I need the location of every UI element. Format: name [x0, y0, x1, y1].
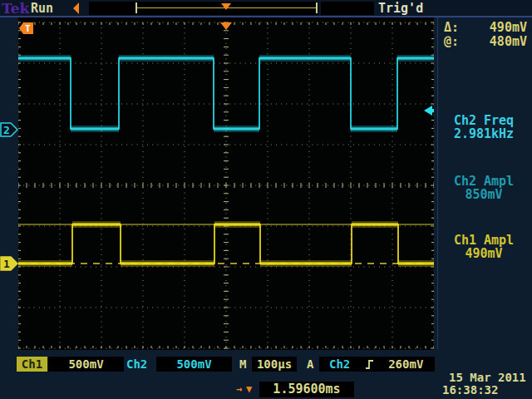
delay-time-readout: 1.59600ms [259, 382, 354, 397]
measurement-ch2-freq: Ch2 Freq 2.981kHz [436, 114, 532, 140]
trigger-position-icon: T [73, 2, 79, 14]
ch2-marker-label: 2 [3, 124, 10, 136]
measurement-label: Ch2 Freq [436, 114, 532, 127]
ch1-badge: Ch1 [17, 357, 47, 372]
cursor-delta-readout: Δ: 490mV [444, 20, 527, 35]
measurement-label: Ch2 Ampl [436, 175, 532, 188]
measurement-ch2-ampl: Ch2 Ampl 850mV [436, 175, 532, 201]
timebase-readout: 100µs [252, 357, 297, 372]
time-readout: 16:38:32 [442, 384, 498, 396]
triangle-down-icon: ▼ [246, 383, 252, 395]
menu-empty-box [321, 2, 374, 15]
cursor-at-readout: @: 480mV [444, 34, 527, 49]
arrow-left-icon [73, 2, 79, 14]
oscilloscope-screen: Tek Run T Trig'd T 2 1 Δ: 490mV @: 480mV… [0, 0, 532, 399]
measurement-ch1-ampl: Ch1 Ampl 490mV [436, 234, 532, 260]
svg-text:T: T [25, 23, 31, 34]
trigger-readout: Ch2 260mV [319, 357, 435, 372]
delta-icon: Δ: [444, 20, 459, 35]
acquisition-status: Run [31, 1, 53, 16]
ch1-position-marker: 1 [0, 256, 18, 271]
measurement-value: 850mV [436, 188, 532, 201]
record-trigger-position-marker [221, 3, 231, 10]
trigger-status: Trig'd [378, 1, 423, 16]
measurement-label: Ch1 Ampl [436, 234, 532, 247]
ch2-position-marker: 2 [0, 122, 18, 137]
ch2-scale-readout: 500mV [156, 357, 232, 372]
measurement-value: 2.981kHz [436, 127, 532, 140]
trigger-level: 260mV [388, 357, 423, 371]
date-readout: 15 Mar 2011 [449, 372, 526, 383]
at-value: 480mV [490, 34, 527, 49]
at-icon: @: [444, 34, 459, 49]
ch1-scale-readout: 500mV [48, 357, 124, 372]
trigger-source: Ch2 [329, 357, 350, 371]
ch1-marker-label: 1 [3, 258, 10, 270]
rising-slope-icon [364, 359, 375, 370]
measurement-value: 490mV [436, 247, 532, 260]
ch2-label: Ch2 [126, 357, 147, 372]
menu-bar: Tek Run T Trig'd [0, 0, 532, 17]
arrow-right-icon: → [236, 383, 242, 395]
trigger-a-label: A [307, 357, 313, 372]
timebase-label: M [239, 357, 246, 372]
tek-logo: Tek [2, 0, 29, 17]
delta-value: 490mV [490, 20, 527, 35]
waveform-display: T [18, 17, 434, 350]
